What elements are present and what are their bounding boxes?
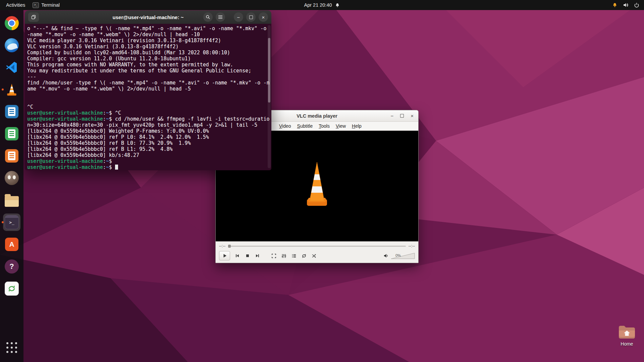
clock-menu[interactable]: Apr 21 20:40 — [304, 2, 340, 8]
terminal-close-button[interactable]: × — [259, 12, 268, 22]
terminal-line — [27, 92, 271, 98]
terminal-line: -name "*.mov" -o -name "*.webm" \) 2>/de… — [27, 32, 271, 38]
terminal-maximize-button[interactable] — [246, 12, 256, 22]
desktop-home-icon[interactable]: Home — [616, 325, 638, 347]
vlc-extended-settings-button[interactable] — [280, 252, 288, 260]
terminal-line: ^C — [27, 104, 271, 110]
vlc-menu-help[interactable]: Help — [349, 123, 365, 129]
vlc-fullscreen-button[interactable] — [270, 252, 278, 260]
dock-item-libreoffice-impress[interactable] — [1, 145, 22, 167]
terminal-line: n=30:size=640x480:rate=30 -pix_fmt yuv42… — [27, 122, 271, 128]
vlc-close-button[interactable]: × — [411, 113, 414, 119]
vlc-icon — [6, 83, 17, 96]
terminal-line: Compiler: gcc version 11.2.0 (Ubuntu 11.… — [27, 56, 271, 62]
dock-item-thunderbird[interactable] — [1, 34, 22, 56]
terminal-scrollbar[interactable] — [268, 25, 271, 168]
shuffle-icon — [312, 253, 317, 258]
running-indicator — [2, 88, 4, 90]
power-icon — [634, 2, 639, 8]
terminal-line: Compiled by buildd on lcy02-amd64-108.bu… — [27, 50, 271, 56]
vlc-seek-handle[interactable] — [228, 245, 231, 248]
vlc-random-button[interactable] — [310, 252, 318, 260]
dock-item-show-applications[interactable] — [1, 337, 22, 359]
focused-app-name: Terminal — [41, 2, 60, 8]
vlc-playlist-button[interactable] — [290, 252, 298, 260]
terminal-titlebar[interactable]: user@user-virtual-machine: ~ − × — [25, 10, 271, 24]
terminal-line: VLC version 3.0.16 Vetinari (3.0.13-8-g4… — [27, 44, 271, 50]
dock-item-ubuntu-software[interactable]: A — [1, 233, 22, 255]
top-bar: Activities >_ Terminal Apr 21 20:40 — [0, 0, 644, 10]
vlc-menu-view[interactable]: View — [333, 123, 349, 129]
alert-notification-icon — [612, 2, 618, 8]
dock-item-gimp[interactable] — [1, 167, 22, 189]
tabs-icon — [31, 15, 36, 19]
terminal-tabs-button[interactable] — [28, 12, 39, 22]
terminal-line: [libx264 @ 0x559b4e5bbbc0] ref P L0: 84.… — [27, 134, 271, 140]
dock-item-libreoffice-writer[interactable] — [1, 101, 22, 123]
google-chrome-icon — [5, 16, 19, 30]
dock-item-files[interactable] — [1, 189, 22, 211]
vlc-cone-logo-icon — [302, 159, 332, 209]
search-icon — [206, 15, 210, 19]
focused-app-indicator[interactable]: >_ Terminal — [33, 2, 60, 8]
terminal-line: [libx264 @ 0x559b4e5bbbc0] ref B L0: 77.… — [27, 140, 271, 146]
vlc-next-button[interactable] — [253, 252, 262, 260]
ubuntu-software-icon: A — [5, 238, 18, 251]
terminal-line: [libx264 @ 0x559b4e5bbbc0] Weighted P-Fr… — [27, 128, 271, 134]
stop-icon — [245, 253, 250, 258]
vlc-menu-subtitle[interactable]: Subtitle — [294, 123, 316, 129]
terminal-line: You may redistribute it under the terms … — [27, 68, 271, 74]
dock-item-google-chrome[interactable] — [1, 12, 22, 34]
vlc-play-button[interactable] — [219, 251, 230, 260]
terminal-scrollbar-thumb[interactable] — [268, 38, 270, 102]
clock-label: Apr 21 20:40 — [304, 2, 332, 8]
dock-item-vlc[interactable] — [1, 78, 22, 101]
terminal-line: VLC media player 3.0.16 Vetinari (revisi… — [27, 38, 271, 44]
vlc-loop-button[interactable] — [300, 252, 308, 260]
terminal-cursor — [115, 165, 118, 170]
dock-item-vscode[interactable] — [1, 56, 22, 78]
terminal-app-icon: >_ — [33, 2, 39, 8]
vscode-icon — [5, 61, 18, 74]
terminal-line: find /home/user -type f \( -name "*.mp4"… — [27, 80, 271, 86]
maximize-icon — [249, 15, 253, 19]
fullscreen-icon — [271, 253, 276, 258]
volume-icon — [623, 2, 629, 8]
running-indicator — [2, 221, 4, 223]
terminal-search-button[interactable] — [203, 12, 213, 22]
vlc-seek-slider[interactable] — [228, 246, 406, 247]
dock-item-terminal[interactable]: >_ — [1, 211, 22, 233]
vlc-maximize-button[interactable] — [400, 114, 404, 118]
terminal-line: [libx264 @ 0x559b4e5bbbc0] kb/s:48.27 — [27, 152, 271, 158]
vlc-volume-slider[interactable]: 0% — [391, 252, 415, 259]
vlc-controls: --:-- --:-- — [216, 241, 418, 263]
playlist-icon — [291, 253, 297, 258]
dock-item-libreoffice-calc[interactable] — [1, 123, 22, 145]
vlc-menu-tools[interactable]: Tools — [316, 123, 333, 129]
vlc-volume-percent: 0% — [395, 253, 401, 257]
libreoffice-impress-icon — [5, 149, 18, 163]
desktop: { "colors": { "ubuntu_orange": "#e95420"… — [0, 0, 644, 362]
terminal-line: o "---" && find ~ -type f \( -name "*.mp… — [27, 25, 271, 32]
terminal-lines: o "---" && find ~ -type f \( -name "*.mp… — [27, 25, 271, 170]
activities-button[interactable]: Activities — [6, 2, 25, 8]
help-icon: ? — [5, 259, 19, 274]
vlc-minimize-button[interactable]: − — [390, 113, 393, 119]
vlc-stop-button[interactable] — [243, 252, 252, 260]
loop-icon — [302, 253, 307, 258]
speaker-icon[interactable] — [383, 253, 389, 258]
terminal-menu-button[interactable] — [216, 12, 225, 22]
vlc-elapsed-time: --:-- — [219, 244, 225, 248]
vlc-previous-button[interactable] — [233, 252, 241, 260]
terminal-output[interactable]: o "---" && find ~ -type f \( -name "*.mp… — [25, 24, 271, 170]
dock-item-software-updater[interactable] — [1, 278, 22, 300]
system-status-area[interactable] — [612, 2, 644, 8]
dock-item-help[interactable]: ? — [1, 255, 22, 278]
terminal-line: user@user-virtual-machine:~$ cd /home/us… — [27, 116, 271, 122]
vlc-menu-video[interactable]: Video — [276, 123, 294, 129]
terminal-minimize-button[interactable]: − — [234, 12, 243, 22]
previous-icon — [235, 253, 240, 258]
terminal-line: --- — [27, 74, 271, 80]
notification-bell-icon — [335, 3, 340, 8]
libreoffice-calc-icon — [5, 127, 18, 140]
